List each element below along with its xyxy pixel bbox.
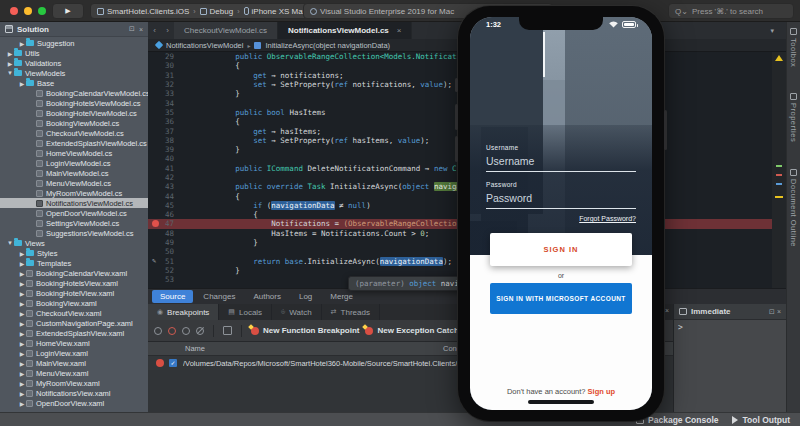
expander-icon[interactable]: ▶ <box>18 40 26 47</box>
immediate-console-input[interactable]: > <box>674 320 786 335</box>
tab-changes[interactable]: Changes <box>195 290 243 303</box>
pad-window-controls[interactable]: ⊡ × <box>769 308 781 316</box>
expander-icon[interactable]: ▶ <box>18 80 26 87</box>
tab-merge[interactable]: Merge <box>322 290 361 303</box>
expander-icon[interactable]: ▼ <box>6 70 14 76</box>
tree-item-mainview-xaml[interactable]: ▶MainView.xaml <box>0 358 148 368</box>
line-number[interactable]: 36 <box>148 117 181 126</box>
tree-item-checkoutview-xaml[interactable]: ▶CheckoutView.xaml <box>0 308 148 318</box>
expander-icon[interactable]: ▶ <box>18 370 26 377</box>
dock-pad-icon[interactable]: ⊡ <box>129 25 135 33</box>
tree-item-notificationsview-xaml[interactable]: ▶NotificationsView.xaml <box>0 388 148 398</box>
line-number[interactable]: 32 <box>148 80 181 89</box>
line-number[interactable]: 43 <box>148 182 181 191</box>
show-values-icon[interactable] <box>223 326 232 335</box>
close-pad-icon[interactable]: × <box>139 26 143 33</box>
tree-item-menuview-xaml[interactable]: ▶MenuView.xaml <box>0 368 148 378</box>
tree-item-bookinghotelviewmodel-cs[interactable]: BookingHotelViewModel.cs <box>0 108 148 118</box>
tree-item-bookingcalendarview-xaml[interactable]: ▶BookingCalendarView.xaml <box>0 268 148 278</box>
tree-item-styles[interactable]: ▶Styles <box>0 248 148 258</box>
breakpoint-checkbox[interactable]: ✓ <box>169 359 177 367</box>
tree-item-suggestion[interactable]: ▶Suggestion <box>0 38 148 48</box>
line-number[interactable]: 52 <box>148 266 181 275</box>
expander-icon[interactable]: ▶ <box>18 340 26 347</box>
tree-item-bookingviewmodel-cs[interactable]: BookingViewModel.cs <box>0 118 148 128</box>
home-indicator[interactable] <box>528 400 594 404</box>
tab-log[interactable]: Log <box>291 290 320 303</box>
tree-item-extendedsplashview-xaml[interactable]: ▶ExtendedSplashView.xaml <box>0 328 148 338</box>
tab-authors[interactable]: Authors <box>245 290 289 303</box>
minimize-window-button[interactable] <box>24 7 32 15</box>
line-number[interactable]: 41 <box>148 164 181 173</box>
line-number[interactable]: 31 <box>148 71 181 80</box>
expander-icon[interactable]: ▶ <box>18 250 26 257</box>
nav-forward-icon[interactable]: › <box>161 22 174 39</box>
line-number[interactable]: 29 <box>148 52 181 61</box>
close-window-button[interactable] <box>10 7 18 15</box>
column-name[interactable]: Name <box>185 344 205 353</box>
tool-output-button[interactable]: Tool Output <box>732 415 790 425</box>
tree-item-checkoutviewmodel-cs[interactable]: CheckoutViewModel.cs <box>0 128 148 138</box>
expander-icon[interactable]: ▶ <box>18 300 26 307</box>
line-number[interactable]: 42 <box>148 173 181 182</box>
tree-item-validations[interactable]: ▶Validations <box>0 58 148 68</box>
line-number[interactable]: 40 <box>148 154 181 163</box>
editor-scrollbar[interactable] <box>772 52 786 288</box>
line-number[interactable]: 51✎ <box>148 257 181 266</box>
run-button[interactable]: ▶ <box>52 3 84 19</box>
tree-item-bookinghotelsviewmodel-cs[interactable]: BookingHotelsViewModel.cs <box>0 98 148 108</box>
breakpoint-icon[interactable] <box>152 220 159 227</box>
tree-item-opendoorview-xaml[interactable]: ▶OpenDoorView.xaml <box>0 398 148 408</box>
tree-item-base[interactable]: ▶Base <box>0 78 148 88</box>
new-function-breakpoint-button[interactable]: New Function Breakpoint <box>251 326 359 335</box>
expander-icon[interactable]: ▶ <box>18 330 26 337</box>
tab-source[interactable]: Source <box>152 290 193 303</box>
line-number[interactable]: 34 <box>148 99 181 108</box>
zoom-window-button[interactable] <box>38 7 46 15</box>
line-number[interactable]: 50 <box>148 247 181 256</box>
expander-icon[interactable]: ▶ <box>18 390 26 397</box>
tree-item-opendoorviewmodel-cs[interactable]: OpenDoorViewModel.cs <box>0 208 148 218</box>
line-number[interactable]: 33 <box>148 89 181 98</box>
tree-item-loginview-xaml[interactable]: ▶LoginView.xaml <box>0 348 148 358</box>
expander-icon[interactable]: ▶ <box>18 360 26 367</box>
breadcrumb-method[interactable]: InitializeAsync(object navigationData) <box>265 41 390 50</box>
tree-item-bookinghotelsview-xaml[interactable]: ▶BookingHotelsView.xaml <box>0 278 148 288</box>
line-number[interactable]: 30 <box>148 61 181 70</box>
line-number[interactable]: 35 <box>148 108 181 117</box>
tree-item-viewmodels[interactable]: ▼ViewModels <box>0 68 148 78</box>
tree-item-customnavigationpage-xaml[interactable]: ▶CustomNavigationPage.xaml <box>0 318 148 328</box>
close-tab-icon[interactable]: × <box>397 26 402 35</box>
tree-item-loginviewmodel-cs[interactable]: LoginViewModel.cs <box>0 158 148 168</box>
expander-icon[interactable]: ▼ <box>6 240 14 246</box>
expander-icon[interactable]: ▶ <box>18 400 26 407</box>
editor-tab-checkoutviewmodel-cs[interactable]: CheckoutViewModel.cs <box>174 22 278 39</box>
expander-icon[interactable]: ▶ <box>6 60 14 67</box>
tree-item-homeviewmodel-cs[interactable]: HomeViewModel.cs <box>0 148 148 158</box>
tree-item-templates[interactable]: ▶Templates <box>0 258 148 268</box>
tree-item-mainviewmodel-cs[interactable]: MainViewModel.cs <box>0 168 148 178</box>
tree-item-settingsviewmodel-cs[interactable]: SettingsViewModel.cs <box>0 218 148 228</box>
line-number[interactable]: 45 <box>148 201 181 210</box>
password-input[interactable]: Password <box>486 192 636 209</box>
expander-icon[interactable]: ▶ <box>18 290 26 297</box>
line-number[interactable]: 49 <box>148 238 181 247</box>
line-number[interactable]: 48 <box>148 229 181 238</box>
tree-item-suggestionsviewmodel-cs[interactable]: SuggestionsViewModel.cs <box>0 228 148 238</box>
remove-breakpoint-icon[interactable] <box>182 327 190 335</box>
sign-up-link[interactable]: Sign up <box>588 387 616 396</box>
microsoft-sign-in-button[interactable]: SIGN IN WITH MICROSOFT ACCOUNT <box>490 283 632 314</box>
disable-all-icon[interactable] <box>196 327 204 335</box>
tab-overflow-icon[interactable]: ▾ <box>770 27 774 35</box>
tree-item-menuviewmodel-cs[interactable]: MenuViewModel.cs <box>0 178 148 188</box>
expander-icon[interactable]: ▶ <box>6 50 14 57</box>
expander-icon[interactable]: ▶ <box>18 280 26 287</box>
expander-icon[interactable]: ▶ <box>18 380 26 387</box>
pad-tab-breakpoints[interactable]: ◉Breakpoints <box>148 304 219 320</box>
line-number[interactable]: 39 <box>148 145 181 154</box>
line-number[interactable]: 53 <box>148 275 181 284</box>
line-number[interactable]: 38 <box>148 136 181 145</box>
project-name[interactable]: SmartHotel.Clients.iOS <box>107 7 189 16</box>
expander-icon[interactable]: ▶ <box>18 310 26 317</box>
tree-item-bookingcalendarviewmodel-cs[interactable]: BookingCalendarViewModel.cs <box>0 88 148 98</box>
